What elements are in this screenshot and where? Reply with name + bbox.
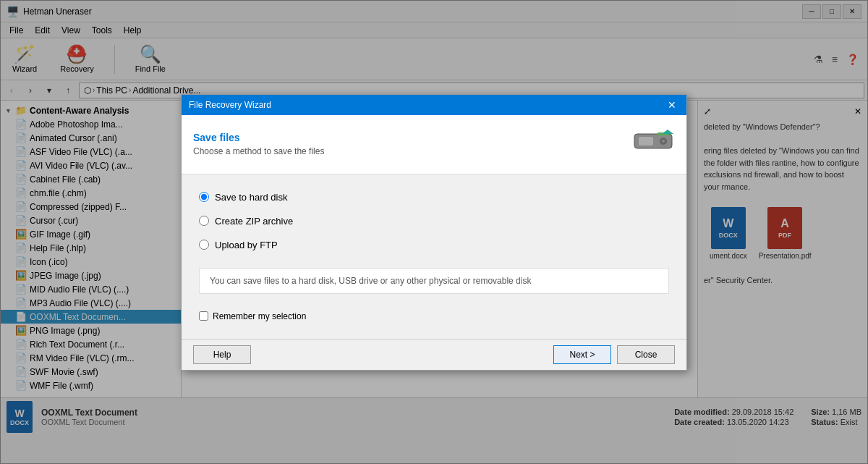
- dialog-section-subtitle: Choose a method to save the files: [193, 146, 324, 156]
- file-recovery-dialog: File Recovery Wizard ✕ Save files Choose…: [181, 94, 687, 371]
- dialog-footer: Help Next > Close: [182, 339, 686, 370]
- app-window: 🖥️ Hetman Uneraser ─ □ ✕ File Edit View …: [0, 0, 868, 464]
- svg-point-4: [662, 140, 665, 143]
- radio-zip-label: Create ZIP archive: [215, 216, 293, 227]
- dialog-header-left: Save files Choose a method to save the f…: [193, 132, 324, 156]
- dialog-titlebar: File Recovery Wizard ✕: [182, 95, 686, 115]
- remember-label: Remember my selection: [213, 311, 306, 321]
- radio-disk-label: Save to hard disk: [215, 192, 287, 203]
- dialog-close-btn[interactable]: ✕: [665, 99, 679, 111]
- svg-marker-6: [662, 130, 673, 134]
- radio-ftp-input[interactable]: [199, 240, 209, 250]
- svg-rect-2: [639, 137, 653, 145]
- help-btn[interactable]: Help: [193, 345, 251, 364]
- dialog-body: Save to hard disk Create ZIP archive Upl…: [182, 174, 686, 339]
- dialog-title: File Recovery Wizard: [189, 100, 271, 110]
- dialog-header: Save files Choose a method to save the f…: [182, 115, 686, 174]
- radio-zip-archive[interactable]: Create ZIP archive: [199, 216, 669, 227]
- dialog-section-title: Save files: [193, 132, 324, 143]
- radio-zip-input[interactable]: [199, 216, 209, 226]
- radio-save-to-disk[interactable]: Save to hard disk: [199, 192, 669, 203]
- radio-group: Save to hard disk Create ZIP archive Upl…: [199, 192, 669, 250]
- remember-checkbox[interactable]: [199, 311, 208, 321]
- close-dialog-btn[interactable]: Close: [617, 345, 675, 364]
- remember-row: Remember my selection: [199, 305, 669, 327]
- next-btn[interactable]: Next >: [553, 345, 611, 364]
- hdd-icon: [631, 124, 675, 165]
- radio-disk-input[interactable]: [199, 192, 209, 202]
- dialog-overlay: File Recovery Wizard ✕ Save files Choose…: [0, 0, 868, 464]
- save-help-text: You can save files to a hard disk, USB d…: [199, 268, 669, 294]
- radio-ftp-label: Upload by FTP: [215, 240, 278, 250]
- radio-ftp-upload[interactable]: Upload by FTP: [199, 240, 669, 250]
